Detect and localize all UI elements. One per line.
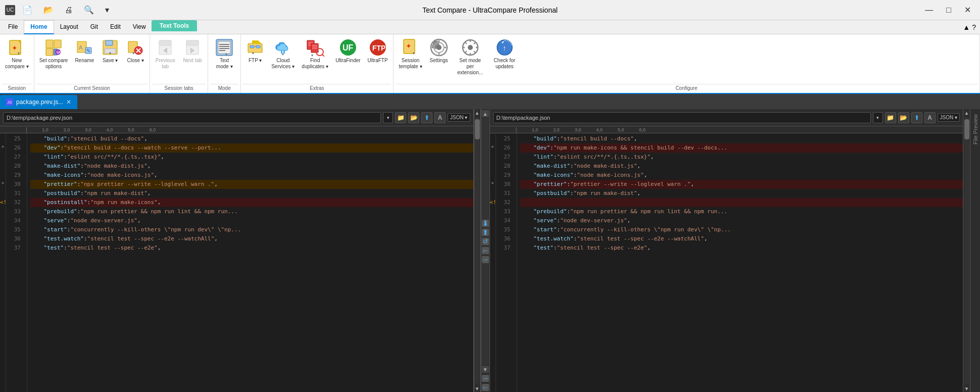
right-scroll-thumb[interactable] — [964, 119, 969, 139]
right-path-input[interactable] — [493, 112, 871, 123]
right-line-30: "prettier": "prettier --write --loglevel… — [520, 180, 963, 189]
set-compare-options-button[interactable]: UC Set compareoptions — [36, 36, 71, 72]
nav-prev-diff-btn[interactable]: ⬇ — [482, 220, 489, 227]
left-line-33: "prebuild": "npm run prettier && npm run… — [30, 207, 473, 216]
left-code-lines: "build": "stencil build --docs", "dev": … — [27, 133, 473, 392]
menu-git[interactable]: Git — [84, 20, 104, 34]
right-v-scrollbar: ▲ ▼ — [963, 109, 970, 392]
menu-view[interactable]: View — [127, 20, 152, 34]
right-scroll-track[interactable] — [964, 117, 969, 384]
svg-rect-24 — [159, 40, 171, 45]
right-scroll-down[interactable]: ▼ — [963, 385, 970, 392]
session-template-icon: ✦ ▾ — [402, 38, 420, 57]
text-tools-tab[interactable]: Text Tools — [152, 20, 197, 31]
nav-sync-btn[interactable]: ↺ — [482, 238, 489, 245]
right-ruler: │ 1,0 2,0 3,0 4,0 5,0 6,0 — [490, 126, 963, 133]
check-updates-button[interactable]: ↑ Check forupdates — [489, 36, 520, 72]
ftp-button[interactable]: ▾ FTP ▾ — [243, 36, 267, 66]
svg-text:↑: ↑ — [503, 44, 506, 52]
left-line-31: "postbuild": "npm run make-dist", — [30, 189, 473, 198]
close-button[interactable]: ▾ Close ▾ — [123, 36, 148, 66]
right-scroll-up[interactable]: ▲ — [963, 109, 970, 116]
menu-layout[interactable]: Layout — [54, 20, 84, 34]
print-btn[interactable]: 🖨 — [61, 5, 77, 16]
nav-down-arrow[interactable]: ▼ — [482, 366, 489, 373]
ultraftp-button[interactable]: FTP UltraFTP — [365, 36, 391, 66]
customize-btn[interactable]: ▾ — [101, 4, 113, 16]
nav-up-arrow[interactable]: ▲ — [482, 110, 489, 117]
preview-btn[interactable]: 🔍 — [80, 4, 98, 16]
left-scroll-up[interactable]: ▲ — [474, 109, 481, 116]
left-path-input[interactable] — [3, 112, 381, 123]
maximize-btn[interactable]: □ — [942, 5, 955, 16]
close-ribbon-icon: ▾ — [126, 38, 144, 57]
text-mode-label: Textmode ▾ — [216, 58, 233, 70]
scroll-middle: ⬇ ⬆ ↺ ← → — [482, 118, 489, 365]
menu-edit[interactable]: Edit — [104, 20, 127, 34]
left-lang-badge[interactable]: JSON ▾ — [448, 113, 470, 122]
cloud-services-button[interactable]: ▾ CloudServices ▾ — [268, 36, 298, 72]
file-preview-label[interactable]: File Preview — [970, 109, 981, 150]
svg-text:UC: UC — [57, 50, 63, 55]
next-tab-button[interactable]: Next tab — [179, 36, 206, 66]
cloud-label: CloudServices ▾ — [271, 58, 295, 70]
nav-to-left-btn[interactable]: ← — [482, 384, 489, 391]
left-scroll-track[interactable] — [475, 117, 480, 384]
help-btn[interactable]: ? — [972, 23, 976, 31]
right-open-file-btn[interactable]: 📂 — [898, 112, 909, 123]
menu-home[interactable]: Home — [24, 20, 54, 34]
left-ruler-marks: │ 1,0 2,0 3,0 4,0 5,0 6,0 — [0, 127, 156, 132]
right-open-folder-btn[interactable]: 📁 — [885, 112, 896, 123]
save-button[interactable]: ▾ Save ▾ — [98, 36, 122, 66]
rename-button[interactable]: A ✎ Rename — [72, 36, 97, 66]
svg-text:✦: ✦ — [12, 44, 18, 52]
ultraftp-label: UltraFTP — [368, 58, 388, 64]
right-upload-btn[interactable]: ⬆ — [911, 112, 922, 123]
left-font-btn[interactable]: A — [434, 112, 446, 123]
find-duplicates-button[interactable]: ▾ Findduplicates ▾ — [299, 36, 331, 72]
left-scroll-down[interactable]: ▼ — [474, 385, 481, 392]
minimize-btn[interactable]: — — [921, 5, 937, 16]
session-template-button[interactable]: ✦ ▾ Sessiontemplate ▾ — [396, 36, 426, 72]
left-upload-btn[interactable]: ⬆ — [421, 112, 432, 123]
left-open-folder-btn[interactable]: 📁 — [395, 112, 406, 123]
document-tab[interactable]: JS package.prev.js... ✕ — [0, 95, 77, 109]
ribbon-section-session: ✦ ▾ Newcompare ▾ Session — [0, 34, 34, 93]
configure-buttons: ✦ ▾ Sessiontemplate ▾ Sett — [396, 36, 977, 84]
ultrafinder-button[interactable]: UF UltraFinder — [332, 36, 363, 66]
left-scroll-thumb[interactable] — [475, 119, 480, 139]
new-doc-btn[interactable]: 📄 — [18, 4, 36, 16]
tab-close-btn[interactable]: ✕ — [66, 99, 71, 106]
right-path-dropdown[interactable]: ▾ — [873, 112, 883, 123]
cloud-icon: ▾ — [274, 38, 292, 57]
close-btn[interactable]: ✕ — [960, 4, 975, 16]
right-diff-markers: * * <! — [490, 133, 496, 392]
left-path-dropdown[interactable]: ▾ — [383, 112, 393, 123]
nav-right-btn[interactable]: → — [482, 256, 489, 263]
set-mode-per-extension-button[interactable]: Set mode perextension... — [452, 36, 488, 78]
right-pane-toolbar: ▾ 📁 📂 ⬆ A JSON ▾ — [490, 109, 963, 126]
previous-tab-button[interactable]: Previoustab — [152, 36, 178, 72]
menu-file[interactable]: File — [2, 20, 24, 34]
left-open-file-btn[interactable]: 📂 — [408, 112, 419, 123]
ribbon-collapse-btn[interactable]: ▲ — [963, 23, 970, 31]
new-compare-icon: ✦ ▾ — [8, 38, 26, 57]
rename-icon: A ✎ — [75, 38, 93, 57]
settings-button[interactable]: Settings — [427, 36, 451, 66]
right-line-numbers: 25 26 27 28 29 30 31 32 33 34 35 36 37 — [496, 133, 517, 392]
new-compare-button[interactable]: ✦ ▾ Newcompare ▾ — [2, 36, 32, 72]
right-font-btn[interactable]: A — [924, 112, 936, 123]
nav-to-right-btn[interactable]: → — [482, 375, 489, 382]
nav-next-diff-btn[interactable]: ⬆ — [482, 229, 489, 236]
right-code-area: * * <! 25 26 27 28 — [490, 133, 963, 392]
svg-text:✎: ✎ — [86, 48, 90, 54]
right-lang-badge[interactable]: JSON ▾ — [938, 113, 960, 122]
nav-left-btn[interactable]: ← — [482, 247, 489, 254]
ribbon-section-mode: ▾ Textmode ▾ Mode — [208, 34, 241, 93]
right-line-31: "postbuild": "npm run make-dist", — [520, 189, 963, 198]
ultrafinder-icon: UF — [339, 38, 357, 57]
open-btn[interactable]: 📂 — [39, 4, 58, 16]
prev-tab-icon — [156, 38, 174, 57]
updates-icon: ↑ — [496, 38, 514, 57]
text-mode-button[interactable]: ▾ Textmode ▾ — [210, 36, 238, 72]
